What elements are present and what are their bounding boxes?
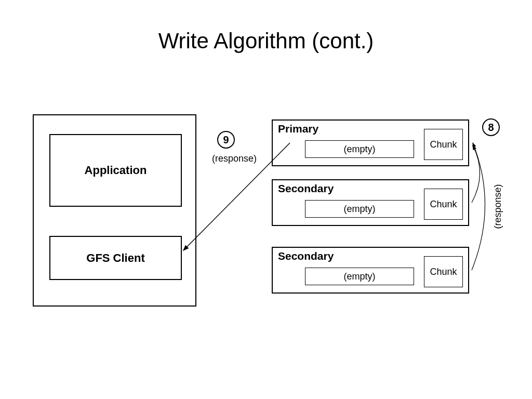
client-container: Application GFS Client [33, 114, 196, 307]
chunk-box: Chunk [424, 256, 463, 287]
chunk-box: Chunk [424, 129, 463, 160]
buffer-box: (empty) [305, 200, 414, 218]
response-label-8: (response) [493, 184, 503, 229]
buffer-box: (empty) [305, 268, 414, 285]
step-9-circle: 9 [217, 131, 235, 149]
slide-title: Write Algorithm (cont.) [0, 0, 532, 54]
step-8-circle: 8 [482, 118, 500, 136]
server-label: Secondary [278, 182, 334, 195]
buffer-box: (empty) [305, 140, 414, 158]
chunk-box: Chunk [424, 189, 463, 220]
gfs-client-box: GFS Client [49, 236, 182, 280]
primary-server-box: Primary (empty) Chunk [272, 119, 469, 166]
server-label: Secondary [278, 250, 334, 262]
secondary-server-box-2: Secondary (empty) Chunk [272, 247, 469, 294]
secondary-server-box-1: Secondary (empty) Chunk [272, 179, 469, 226]
diagram-area: Application GFS Client 9 (response) 8 (r… [30, 114, 503, 312]
application-box: Application [49, 134, 182, 207]
response-label-9: (response) [212, 153, 257, 164]
server-label: Primary [278, 123, 318, 135]
